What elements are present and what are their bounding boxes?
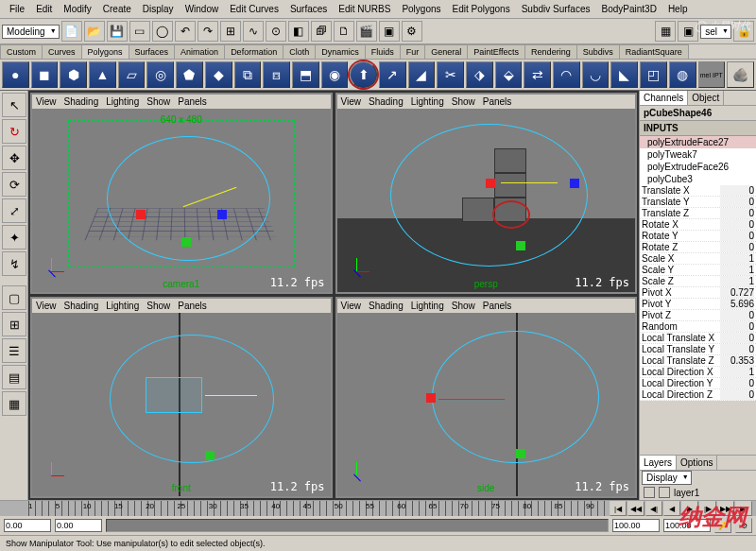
flip-normals-icon[interactable]: ⇄	[524, 61, 551, 88]
prev-key-icon[interactable]: ◀◀	[627, 501, 644, 516]
extract-icon[interactable]: ⬒	[292, 61, 319, 88]
rotate-tool-icon[interactable]: ⟳	[2, 172, 26, 197]
play-back-icon[interactable]: ◀	[663, 501, 680, 516]
menu-edit-polygons[interactable]: Edit Polygons	[447, 2, 516, 16]
attr-row[interactable]: Local Direction Z0	[640, 389, 756, 401]
attr-value[interactable]: 0	[720, 333, 754, 343]
tab-polygons[interactable]: Polygons	[81, 44, 129, 59]
four-view-icon[interactable]: ⊞	[2, 312, 26, 336]
display-dropdown[interactable]: Display	[642, 471, 692, 485]
tab-deformation[interactable]: Deformation	[224, 44, 284, 59]
step-back-icon[interactable]: ◀|	[645, 501, 662, 516]
attr-row[interactable]: Local Translate Z0.353	[640, 355, 756, 367]
tab-fur[interactable]: Fur	[400, 44, 426, 59]
mel-ipt-icon[interactable]: mel IPT	[698, 61, 726, 88]
vp-show[interactable]: Show	[146, 96, 170, 107]
viewport-canvas[interactable]: 640 x 480 camera1 11.2 fps	[32, 109, 331, 292]
lasso-tool-icon[interactable]: ↻	[2, 119, 26, 144]
viewport-canvas[interactable]: side 11.2 fps	[337, 313, 636, 496]
range-end-field[interactable]	[612, 519, 660, 532]
attr-row[interactable]: Pivot X0.727	[640, 287, 756, 299]
attr-row[interactable]: Local Direction Y0	[640, 378, 756, 389]
undo-icon[interactable]: ↶	[175, 21, 196, 42]
tab-animation[interactable]: Animation	[174, 44, 225, 59]
split-icon[interactable]: ✂	[437, 61, 464, 88]
attr-value[interactable]: 5.696	[720, 299, 754, 309]
attr-value[interactable]: 0	[720, 242, 754, 252]
play-fwd-icon[interactable]: ▶	[681, 501, 698, 516]
menu-subdiv[interactable]: Subdiv Surfaces	[516, 2, 596, 16]
attr-value[interactable]: 1	[720, 367, 754, 377]
poly-pyramid-icon[interactable]: ◆	[205, 61, 232, 88]
playback-start-field[interactable]	[4, 519, 51, 532]
tab-subdivs[interactable]: Subdivs	[576, 44, 620, 59]
scale-tool-icon[interactable]: ⤢	[2, 198, 26, 223]
attr-value[interactable]: 1	[720, 265, 754, 275]
viewport-persp[interactable]: ViewShadingLightingShowPanels persp 11.2…	[335, 93, 638, 294]
attr-row[interactable]: Rotate X0	[640, 219, 756, 231]
viewport-canvas[interactable]: front 11.2 fps	[32, 313, 331, 496]
layer-visibility-icon[interactable]	[644, 487, 655, 498]
combine-icon[interactable]: ⧉	[234, 61, 262, 88]
tab-custom[interactable]: Custom	[0, 44, 43, 59]
attr-row[interactable]: Local Direction X1	[640, 367, 756, 378]
attr-value[interactable]: 0	[720, 185, 754, 196]
vp-view[interactable]: View	[36, 96, 57, 107]
goto-start-icon[interactable]: |◀	[610, 501, 627, 516]
goto-end-icon[interactable]: ▶|	[735, 501, 752, 516]
attr-row[interactable]: Translate Z0	[640, 208, 756, 219]
attr-row[interactable]: Translate Y0	[640, 197, 756, 208]
move-tool-icon[interactable]: ✥	[2, 146, 26, 170]
tab-general[interactable]: General	[424, 44, 468, 59]
render-icon[interactable]: 🎬	[356, 21, 377, 42]
persp-graph-icon[interactable]: ▤	[2, 365, 26, 389]
single-view-icon[interactable]: ▢	[2, 285, 26, 310]
lock-icon[interactable]: 🔒	[733, 21, 754, 42]
snap-plane-icon[interactable]: ◧	[288, 21, 309, 42]
tab-object[interactable]: Object	[688, 91, 724, 105]
viewport-camera1[interactable]: View Shading Lighting Show Panels 640 x …	[30, 93, 333, 294]
separate-icon[interactable]: ⧈	[263, 61, 290, 88]
input-3[interactable]: polyCube3	[640, 173, 756, 185]
attr-value[interactable]: 0	[720, 208, 754, 218]
menu-bodypaint3d[interactable]: BodyPaint3D	[596, 2, 662, 16]
smooth-icon[interactable]: ◉	[321, 61, 349, 88]
attr-row[interactable]: Rotate Z0	[640, 242, 756, 253]
attr-value[interactable]: 0	[720, 389, 754, 400]
select-tool-icon[interactable]: ↖	[2, 93, 26, 117]
last-tool-icon[interactable]: ↯	[2, 251, 26, 276]
attr-value[interactable]: 0	[720, 197, 754, 207]
menu-window[interactable]: Window	[180, 2, 225, 16]
range-bar[interactable]	[106, 519, 609, 532]
bevel-icon[interactable]: ◢	[408, 61, 436, 88]
attr-value[interactable]: 1	[720, 253, 754, 264]
attr-value[interactable]: 0	[720, 310, 754, 320]
input-1[interactable]: polyTweak7	[640, 148, 756, 161]
attr-row[interactable]: Scale Z1	[640, 276, 756, 287]
sel-dropdown[interactable]: sel	[700, 25, 731, 39]
node-name[interactable]: pCubeShape46	[640, 106, 756, 121]
rock-icon[interactable]: 🪨	[727, 61, 754, 88]
prefs-icon[interactable]: ⚙	[735, 518, 752, 533]
layer-type-icon[interactable]	[659, 487, 670, 498]
playback-end-field[interactable]	[663, 519, 711, 532]
tab-curves[interactable]: Curves	[42, 44, 82, 59]
poly-cylinder-icon[interactable]: ⬢	[60, 61, 87, 88]
save-icon[interactable]: 💾	[107, 21, 128, 42]
attr-value[interactable]: 0	[720, 378, 754, 388]
soften-icon[interactable]: ◠	[553, 61, 580, 88]
layer-item[interactable]: layer1	[640, 485, 756, 500]
tab-channels[interactable]: Channels	[640, 91, 688, 105]
fill-hole-icon[interactable]: ◍	[669, 61, 696, 88]
menu-display[interactable]: Display	[137, 2, 180, 16]
tab-radiantsquare[interactable]: RadiantSquare	[619, 44, 689, 59]
menu-polygons[interactable]: Polygons	[396, 2, 446, 16]
extrude-edge-icon[interactable]: ↗	[379, 61, 406, 88]
history-on-icon[interactable]: 🗊	[311, 21, 332, 42]
menu-modify[interactable]: Modify	[58, 2, 96, 16]
poly-prism-icon[interactable]: ⬟	[176, 61, 203, 88]
menu-edit-nurbs[interactable]: Edit NURBS	[333, 2, 396, 16]
attr-row[interactable]: Random0	[640, 321, 756, 333]
snap-point-icon[interactable]: ⊙	[266, 21, 286, 42]
select-icon[interactable]: ▭	[129, 21, 150, 42]
